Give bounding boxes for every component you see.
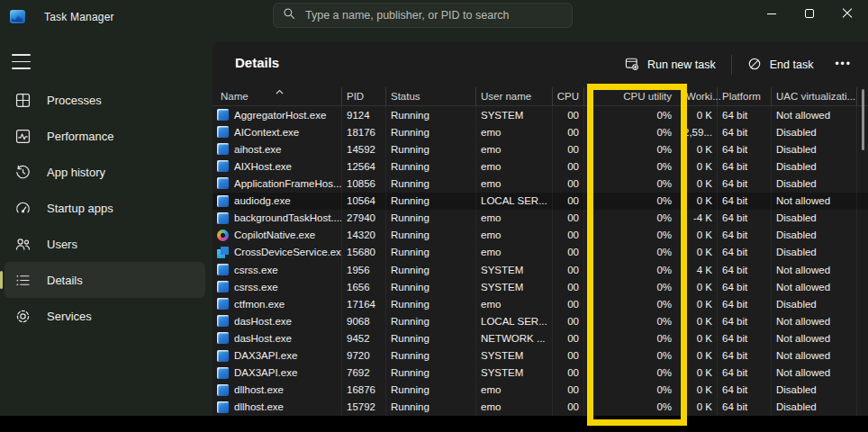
process-icon <box>217 143 229 155</box>
details-icon <box>14 272 32 289</box>
process-icon <box>217 332 229 344</box>
table-row[interactable]: CrossDeviceService.exe 15680 Running emo… <box>212 244 868 261</box>
column-header-status[interactable]: Status <box>386 87 476 105</box>
cell-cpu: 00 <box>553 399 584 416</box>
vertical-scrollbar[interactable] <box>860 89 866 412</box>
close-button[interactable] <box>828 0 866 27</box>
cell-status: Running <box>386 227 476 244</box>
table-row[interactable]: csrss.exe 1956 Running SYSTEM 00 0% 4 K … <box>212 261 868 278</box>
cell-working-set: 0 K <box>682 329 718 346</box>
sidebar-item-processes[interactable]: Processes <box>5 82 205 118</box>
column-header-working-set[interactable]: Worki... <box>682 87 718 105</box>
process-icon <box>217 298 229 310</box>
processes-icon <box>14 92 32 109</box>
cell-status: Running <box>386 244 476 261</box>
process-name: ApplicationFrameHos... <box>234 178 342 189</box>
process-name: DAX3API.exe <box>234 350 297 361</box>
page-title: Details <box>235 55 279 70</box>
process-name: dllhost.exe <box>234 384 284 395</box>
table-row[interactable]: aihost.exe 14592 Running emo 00 0% 0 K 6… <box>212 140 868 158</box>
search-input[interactable] <box>305 9 563 22</box>
cell-cpu: 00 <box>553 158 584 175</box>
cell-cpu-utility: 0% <box>584 278 682 295</box>
cell-cpu-utility: 0% <box>584 382 682 399</box>
cell-platform: 64 bit <box>718 244 772 261</box>
table-row[interactable]: DAX3API.exe 9720 Running SYSTEM 00 0% 0 … <box>212 347 868 364</box>
table-row[interactable]: AIContext.exe 18176 Running emo 00 0% 2,… <box>212 123 868 140</box>
table-row[interactable]: backgroundTaskHost.... 27940 Running emo… <box>212 210 868 227</box>
table-row[interactable]: AIXHost.exe 12564 Running emo 00 0% 0 K … <box>212 158 868 175</box>
table-row[interactable]: DAX3API.exe 7692 Running SYSTEM 00 0% 0 … <box>212 364 868 382</box>
cell-working-set: 4 K <box>682 261 718 278</box>
cell-status: Running <box>386 140 476 158</box>
process-name: CopilotNative.exe <box>234 230 315 240</box>
column-header-pid[interactable]: PID <box>342 87 386 105</box>
search-box[interactable] <box>273 3 573 28</box>
cell-user-name: LOCAL SER... <box>476 312 553 329</box>
cell-platform: 64 bit <box>718 295 772 312</box>
minimize-button[interactable] <box>753 0 791 27</box>
column-header-uac-virtualization[interactable]: UAC virtualizati... <box>772 87 857 105</box>
table-row[interactable]: csrss.exe 1656 Running SYSTEM 00 0% 0 K … <box>212 278 868 295</box>
process-name: ctfmon.exe <box>234 299 285 310</box>
process-name: DAX3API.exe <box>234 367 297 378</box>
column-header-user-name[interactable]: User name <box>476 87 553 105</box>
cell-working-set: 0 K <box>682 364 718 382</box>
cell-platform: 64 bit <box>718 312 772 329</box>
cell-uac-virtualization: Not allowed <box>772 193 857 210</box>
table-row[interactable]: CopilotNative.exe 14320 Running emo 00 0… <box>212 227 868 244</box>
maximize-button[interactable] <box>791 0 828 27</box>
cell-cpu: 00 <box>553 193 584 210</box>
sidebar-item-label: Performance <box>47 130 113 143</box>
sidebar-item-details[interactable]: Details <box>5 262 205 298</box>
cell-pid: 12564 <box>342 158 386 175</box>
table-row[interactable]: ctfmon.exe 17164 Running emo 00 0% 0 K 6… <box>212 295 868 312</box>
window-title: Task Manager <box>44 11 114 23</box>
process-name: AIContext.exe <box>234 127 299 138</box>
services-icon <box>14 308 32 325</box>
table-row[interactable]: ApplicationFrameHos... 10856 Running emo… <box>212 175 868 192</box>
cell-working-set: 0 K <box>682 278 718 295</box>
end-task-button[interactable]: End task <box>737 50 825 80</box>
cell-pid: 1656 <box>342 278 386 295</box>
cell-pid: 27940 <box>342 210 386 227</box>
cell-user-name: SYSTEM <box>476 261 553 278</box>
cell-status: Running <box>386 347 476 364</box>
scrollbar-thumb[interactable] <box>862 89 864 150</box>
process-name: csrss.exe <box>234 265 278 275</box>
run-new-task-button[interactable]: Run new task <box>613 50 727 80</box>
more-options-button[interactable]: ••• <box>824 51 861 79</box>
cell-cpu: 00 <box>553 261 584 278</box>
end-task-label: End task <box>770 58 814 71</box>
process-name: backgroundTaskHost.... <box>234 212 342 223</box>
cell-cpu: 00 <box>553 278 584 295</box>
column-header-platform[interactable]: Platform <box>718 87 772 105</box>
performance-icon <box>14 128 32 145</box>
column-header-cpu[interactable]: CPU <box>553 87 584 105</box>
cell-status: Running <box>386 399 476 416</box>
table-row[interactable]: AggregatorHost.exe 9124 Running SYSTEM 0… <box>212 106 868 123</box>
cell-pid: 18176 <box>342 123 386 140</box>
column-header-name[interactable]: Name <box>212 87 342 105</box>
cell-cpu-utility: 0% <box>584 244 682 261</box>
sidebar-item-performance[interactable]: Performance <box>5 118 205 154</box>
table-row[interactable]: dasHost.exe 9452 Running NETWORK ... 00 … <box>212 329 868 346</box>
cell-cpu-utility: 0% <box>584 329 682 346</box>
cell-user-name: emo <box>476 175 553 192</box>
cell-platform: 64 bit <box>718 382 772 399</box>
column-header-cpu-utility[interactable]: CPU utility <box>584 87 682 105</box>
table-row[interactable]: dasHost.exe 9068 Running LOCAL SER... 00… <box>212 312 868 329</box>
table-row[interactable]: audiodg.exe 10564 Running LOCAL SER... 0… <box>212 193 868 210</box>
process-icon <box>217 350 229 362</box>
sidebar-item-services[interactable]: Services <box>5 298 205 334</box>
sidebar-item-users[interactable]: Users <box>5 226 205 262</box>
cell-uac-virtualization: Disabled <box>772 123 857 140</box>
cell-user-name: emo <box>476 158 553 175</box>
details-panel: Details Run new task End task ••• <box>212 41 868 416</box>
table-row[interactable]: dllhost.exe 16876 Running emo 00 0% 0 K … <box>212 382 868 399</box>
sidebar-item-startup-apps[interactable]: Startup apps <box>5 190 205 226</box>
sidebar-item-app-history[interactable]: App history <box>5 154 205 190</box>
navigation-menu-button[interactable] <box>12 54 31 69</box>
table-row[interactable]: dllhost.exe 15792 Running emo 00 0% 0 K … <box>212 399 868 416</box>
cell-platform: 64 bit <box>718 140 772 158</box>
